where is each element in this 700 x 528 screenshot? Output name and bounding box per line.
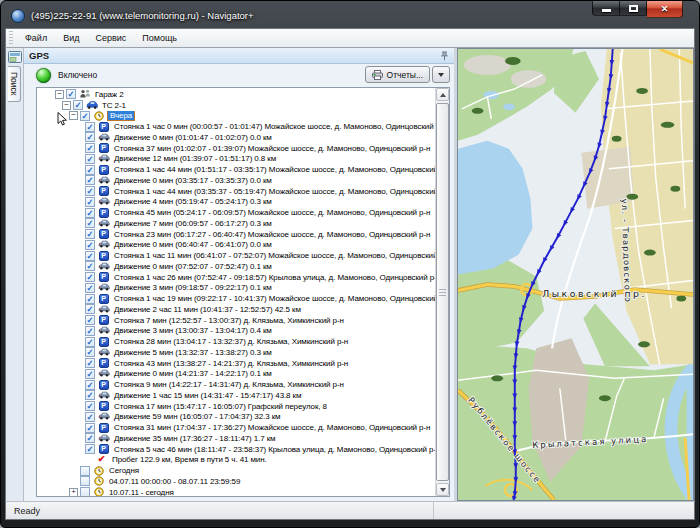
tree-item-parking[interactable]: ✓PСтоянка 17 мин (15:47:17 - 16:05:07) Г… bbox=[37, 401, 435, 412]
checkbox[interactable]: ✓ bbox=[85, 165, 95, 175]
tree-item-parking[interactable]: ✓PСтоянка 43 мин (13:38:27 - 14:21:37) д… bbox=[37, 358, 435, 369]
checkbox[interactable]: ✓ bbox=[85, 154, 95, 164]
tree-item-movement[interactable]: ✓Движение 0 мин (03:35:17 - 03:35:37) 0.… bbox=[37, 175, 435, 186]
scroll-down-button[interactable] bbox=[436, 483, 449, 496]
checkbox[interactable] bbox=[80, 466, 90, 476]
checkbox[interactable]: ✓ bbox=[85, 315, 95, 325]
menu-item-help[interactable]: Помощь bbox=[134, 30, 185, 46]
checkbox[interactable]: ✓ bbox=[85, 347, 95, 357]
checkbox[interactable]: ✓ bbox=[85, 326, 95, 336]
tree-item-movement[interactable]: ✓Движение 12 мин (01:39:07 - 01:51:17) 0… bbox=[37, 154, 435, 165]
close-button[interactable]: ✕ bbox=[647, 1, 683, 18]
checkbox[interactable]: ✓ bbox=[85, 412, 95, 422]
checkbox[interactable]: ✓ bbox=[85, 261, 95, 271]
tree-item-parking[interactable]: ✓PСтоянка 1 час 26 мин (07:52:47 - 09:18… bbox=[37, 272, 435, 283]
tree-item-parking[interactable]: ✓PСтоянка 5 час 46 мин (18:11:47 - 23:58… bbox=[37, 444, 435, 455]
tree-item-parking[interactable]: ✓PСтоянка 28 мин (13:04:17 - 13:32:37) д… bbox=[37, 336, 435, 347]
map-view[interactable]: ул. - Твардовского Лыковский пр. Рублёвс… bbox=[457, 48, 694, 501]
tree-item-summary[interactable]: ✔Пробег 122.9 км, Время в пути 5 ч. 41 м… bbox=[37, 455, 435, 466]
checkbox[interactable]: ✓ bbox=[85, 433, 95, 443]
tree-item-period[interactable]: +10.07.11 - сегодня bbox=[37, 487, 435, 496]
tree-item-movement[interactable]: ✓Движение 3 мин (13:00:37 - 13:04:17) 0.… bbox=[37, 326, 435, 337]
checkbox[interactable]: ✓ bbox=[85, 122, 95, 132]
tree-item-parking[interactable]: ✓PСтоянка 1 час 44 мин (01:51:17 - 03:35… bbox=[37, 164, 435, 175]
tree-item-period[interactable]: Сегодня bbox=[37, 465, 435, 476]
tree-item-parking[interactable]: ✓PСтоянка 7 мин (12:52:57 - 13:00:37) д.… bbox=[37, 315, 435, 326]
scroll-up-button[interactable] bbox=[436, 88, 449, 101]
checkbox[interactable]: ✓ bbox=[73, 100, 83, 110]
menu-item-service[interactable]: Сервис bbox=[87, 30, 134, 46]
tree-item-movement[interactable]: ✓Движение 3 мин (09:18:57 - 09:22:17) 0.… bbox=[37, 283, 435, 294]
tree-item-parking[interactable]: ✓PСтоянка 9 мин (14:22:17 - 14:31:47) д.… bbox=[37, 379, 435, 390]
reports-button[interactable]: Отчеты... bbox=[365, 66, 430, 83]
checkbox[interactable]: ✓ bbox=[85, 401, 95, 411]
checkbox[interactable]: ✓ bbox=[85, 369, 95, 379]
tree-item-parking[interactable]: ✓PСтоянка 1 час 0 мин (00:00:57 - 01:01:… bbox=[37, 121, 435, 132]
checkbox[interactable]: ✓ bbox=[85, 218, 95, 228]
tree-item-parking[interactable]: ✓PСтоянка 1 час 11 мин (06:41:07 - 07:52… bbox=[37, 250, 435, 261]
checkbox[interactable]: ✓ bbox=[85, 143, 95, 153]
checkbox[interactable]: ✓ bbox=[85, 229, 95, 239]
checkbox[interactable]: ✓ bbox=[85, 240, 95, 250]
checkbox[interactable]: ✓ bbox=[85, 186, 95, 196]
checkbox[interactable] bbox=[80, 476, 90, 486]
checkbox[interactable]: ✓ bbox=[85, 175, 95, 185]
menu-item-file[interactable]: Файл bbox=[17, 30, 55, 46]
parking-icon: P bbox=[99, 315, 109, 325]
pin-icon[interactable] bbox=[440, 51, 449, 61]
checkbox[interactable]: ✓ bbox=[85, 390, 95, 400]
tree-item-parking[interactable]: ✓PСтоянка 23 мин (06:17:27 - 06:40:47) М… bbox=[37, 229, 435, 240]
tree-item-vehicle[interactable]: −✓ТС 2-1 bbox=[37, 100, 435, 111]
checkbox[interactable]: ✓ bbox=[85, 208, 95, 218]
checkbox[interactable]: ✓ bbox=[85, 251, 95, 261]
tree-item-parking[interactable]: ✓PСтоянка 1 час 44 мин (03:35:37 - 05:19… bbox=[37, 186, 435, 197]
checkbox[interactable]: ✓ bbox=[85, 444, 95, 454]
tree-item-movement[interactable]: ✓Движение 4 мин (05:19:47 - 05:24:17) 0.… bbox=[37, 197, 435, 208]
search-panel-icon[interactable] bbox=[8, 50, 22, 63]
tree-item-movement[interactable]: ✓Движение 59 мин (16:05:07 - 17:04:37) 3… bbox=[37, 412, 435, 423]
tree-item-parking[interactable]: ✓PСтоянка 1 час 19 мин (09:22:17 - 10:41… bbox=[37, 293, 435, 304]
minimize-button[interactable] bbox=[592, 1, 620, 16]
scrollbar-track[interactable] bbox=[436, 101, 449, 483]
checkbox[interactable]: ✓ bbox=[66, 89, 76, 99]
tree-item-parking[interactable]: ✓PСтоянка 31 мин (17:04:37 - 17:36:27) М… bbox=[37, 422, 435, 433]
tree-item-movement[interactable]: ✓Движение 7 мин (06:09:57 - 06:17:27) 0.… bbox=[37, 218, 435, 229]
tree-item-parking[interactable]: ✓PСтоянка 45 мин (05:24:17 - 06:09:57) М… bbox=[37, 207, 435, 218]
tree-item-day-yesterday[interactable]: −✓Вчера bbox=[37, 111, 435, 122]
maximize-button[interactable] bbox=[620, 1, 647, 16]
checkbox[interactable]: ✓ bbox=[85, 283, 95, 293]
tree-item-movement[interactable]: ✓Движение 0 мин (01:01:47 - 01:02:07) 0.… bbox=[37, 132, 435, 143]
checkbox[interactable]: ✓ bbox=[85, 358, 95, 368]
tree-item-movement[interactable]: ✓Движение 1 час 15 мин (14:31:47 - 15:47… bbox=[37, 390, 435, 401]
expand-icon[interactable]: + bbox=[69, 488, 78, 496]
checkbox[interactable]: ✓ bbox=[85, 272, 95, 282]
search-tab[interactable]: Поиск bbox=[8, 66, 21, 102]
menu-gripper[interactable] bbox=[9, 31, 13, 45]
tree-item-movement[interactable]: ✓Движение 0 мин (14:21:37 - 14:22:17) 0.… bbox=[37, 369, 435, 380]
tree-item-movement[interactable]: ✓Движение 35 мин (17:36:27 - 18:11:47) 1… bbox=[37, 433, 435, 444]
checkbox[interactable]: ✓ bbox=[85, 304, 95, 314]
collapse-icon[interactable]: − bbox=[62, 101, 71, 110]
tree-item-period[interactable]: 04.07.11 00:00:00 - 08.07.11 23:59:59 bbox=[37, 476, 435, 487]
checkbox[interactable]: ✓ bbox=[85, 423, 95, 433]
collapse-icon[interactable]: − bbox=[55, 90, 64, 99]
checkbox[interactable]: ✓ bbox=[85, 132, 95, 142]
tree-item-group[interactable]: −✓Гараж 2 bbox=[37, 89, 435, 100]
checkbox[interactable]: ✓ bbox=[85, 380, 95, 390]
menu-item-view[interactable]: Вид bbox=[55, 30, 87, 46]
tree-scrollbar[interactable] bbox=[435, 88, 449, 496]
checkbox[interactable]: ✓ bbox=[85, 337, 95, 347]
title-bar[interactable]: (495)225-22-91 (www.telemonitoring.ru) -… bbox=[5, 3, 695, 28]
scrollbar-thumb[interactable] bbox=[436, 103, 449, 481]
tree-item-parking[interactable]: ✓PСтоянка 37 мин (01:02:07 - 01:39:07) М… bbox=[37, 143, 435, 154]
tree-item-movement[interactable]: ✓Движение 0 мин (07:52:07 - 07:52:47) 0.… bbox=[37, 261, 435, 272]
checkbox[interactable]: ✓ bbox=[85, 197, 95, 207]
reports-dropdown-button[interactable] bbox=[432, 66, 450, 83]
tree-item-movement[interactable]: ✓Движение 5 мин (13:32:37 - 13:38:27) 0.… bbox=[37, 347, 435, 358]
checkbox[interactable]: ✓ bbox=[80, 111, 90, 121]
collapse-icon[interactable]: − bbox=[69, 111, 78, 120]
tree-item-movement[interactable]: ✓Движение 0 мин (06:40:47 - 06:41:07) 0.… bbox=[37, 240, 435, 251]
tree-item-movement[interactable]: ✓Движение 2 час 11 мин (10:41:37 - 12:52… bbox=[37, 304, 435, 315]
checkbox[interactable]: ✓ bbox=[85, 294, 95, 304]
checkbox[interactable] bbox=[80, 487, 90, 496]
